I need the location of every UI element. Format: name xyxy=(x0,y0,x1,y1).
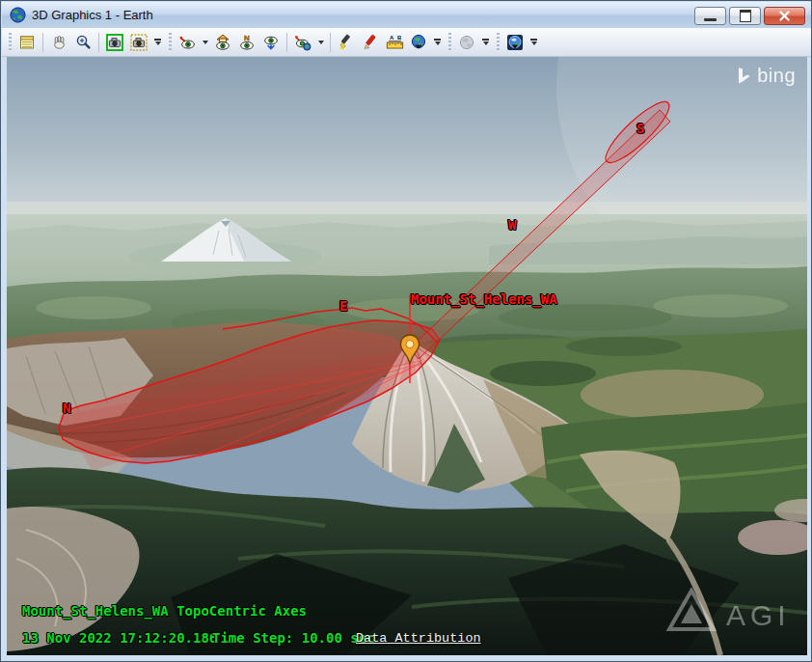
measure-ruler-icon: A B xyxy=(386,34,404,51)
agi-watermark: AGI xyxy=(666,588,791,632)
axis-label-west: W xyxy=(508,217,516,233)
zoom-tool-button[interactable] xyxy=(71,31,95,54)
toolbar: N xyxy=(2,28,812,57)
view-from-object-icon xyxy=(294,34,311,51)
toolbar-grip[interactable] xyxy=(447,33,452,52)
data-attribution-link[interactable]: Data Attribution xyxy=(356,631,481,646)
home-view-tool-button[interactable] xyxy=(211,31,234,54)
toolbar-overflow-button[interactable] xyxy=(151,31,164,54)
globe-center-tool-button[interactable] xyxy=(503,31,527,54)
pan-tool-button[interactable] xyxy=(47,31,70,54)
bing-icon xyxy=(737,67,752,86)
earth-globe-icon xyxy=(10,7,26,23)
report-icon xyxy=(19,35,35,50)
report-tool-button[interactable] xyxy=(15,31,39,54)
view-from-object-tool-button[interactable] xyxy=(291,31,314,54)
globe-nadir-tool-button[interactable] xyxy=(407,31,430,54)
record-frames-tool-button[interactable] xyxy=(127,31,150,54)
toolbar-grip[interactable] xyxy=(168,33,173,52)
toolbar-group-disabled-globe xyxy=(446,30,492,55)
home-view-icon xyxy=(214,34,231,51)
toolbar-overflow-button[interactable] xyxy=(479,31,492,54)
globe-arrow-icon xyxy=(410,34,427,51)
svg-text:B: B xyxy=(397,35,402,41)
minimize-button[interactable] xyxy=(694,7,726,25)
view-nadir-tool-button[interactable] xyxy=(259,31,283,54)
globe-tool-disabled-button xyxy=(455,31,478,54)
view-north-tool-button[interactable]: N xyxy=(235,31,258,54)
close-icon xyxy=(779,11,790,21)
object-label: Mount_St_Helens_WA xyxy=(411,291,557,307)
axis-label-north: N xyxy=(63,400,70,416)
axis-label-east: E xyxy=(339,298,347,314)
red-pencil-icon xyxy=(362,34,379,51)
annotate-tool-button[interactable] xyxy=(359,31,382,54)
close-button[interactable] xyxy=(764,7,805,25)
restore-button[interactable] xyxy=(729,7,761,25)
view-north-icon: N xyxy=(238,34,256,51)
axis-label-south: S xyxy=(636,121,644,136)
window-frame-bottom xyxy=(2,655,812,662)
bing-logo-text: bing xyxy=(757,65,796,87)
hud-time-step: Time Step: 10.00 sec xyxy=(212,630,375,646)
agi-triangle-icon xyxy=(666,588,717,632)
3d-viewport[interactable]: Mount_St_Helens_WA E W S N bing AGI Moun… xyxy=(7,57,807,655)
toolbar-grip[interactable] xyxy=(8,33,13,52)
toolbar-group-globe-center xyxy=(494,30,540,55)
view-from-dropdown[interactable] xyxy=(200,31,210,54)
globe-center-icon xyxy=(506,34,524,51)
view-from-eye-icon xyxy=(178,34,196,51)
svg-text:A: A xyxy=(390,35,394,41)
hud-axes-label: Mount_St_Helens_WA TopoCentric Axes xyxy=(22,603,307,619)
placemark-pin-icon[interactable] xyxy=(399,334,420,371)
highlight-tool-button[interactable] xyxy=(335,31,358,54)
view-from-object-dropdown[interactable] xyxy=(315,31,326,54)
view-nadir-icon xyxy=(262,34,280,51)
toolbar-group-view xyxy=(6,30,164,55)
3d-graphics-window: 3D Graphics 1 - Earth xyxy=(0,0,812,662)
toolbar-overflow-button[interactable] xyxy=(528,31,540,54)
pan-hand-icon xyxy=(51,34,68,50)
bing-logo: bing xyxy=(737,65,796,87)
view-from-tool-button[interactable] xyxy=(176,31,199,54)
snapshot-tool-button[interactable] xyxy=(103,31,126,54)
globe-disabled-icon xyxy=(458,34,475,51)
measure-tool-button[interactable]: A B xyxy=(383,31,406,54)
agi-logo-text: AGI xyxy=(726,599,791,632)
title-bar[interactable]: 3D Graphics 1 - Earth xyxy=(2,2,812,28)
toolbar-group-camera: N xyxy=(166,30,444,55)
zoom-magnifier-icon xyxy=(75,34,92,50)
highlighter-icon xyxy=(338,34,355,51)
snapshot-camera-icon xyxy=(106,34,123,51)
toolbar-grip[interactable] xyxy=(496,33,501,52)
record-camera-icon xyxy=(130,34,148,51)
window-title: 3D Graphics 1 - Earth xyxy=(32,8,153,22)
toolbar-overflow-button[interactable] xyxy=(431,31,444,54)
hud-timestamp: 13 Nov 2022 17:12:20.186 xyxy=(22,630,217,646)
